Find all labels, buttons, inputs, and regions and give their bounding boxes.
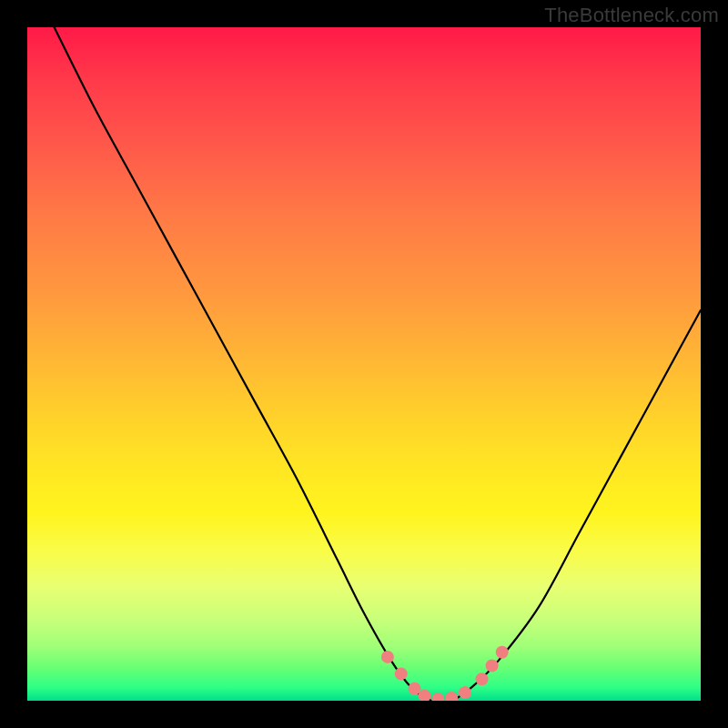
marker-left-mid [395,667,408,680]
marker-bottom-2 [431,693,444,701]
bottleneck-curve [55,27,701,701]
marker-right-mid [486,660,499,672]
chart-frame: TheBottleneck.com [0,0,728,728]
chart-svg [27,27,701,701]
marker-left-upper [381,651,394,663]
marker-bottom-4 [459,686,471,699]
marker-group [381,646,509,701]
marker-bottom-3 [445,692,458,701]
watermark-text: TheBottleneck.com [544,4,719,27]
marker-right-upper [496,646,509,659]
plot-area [27,27,701,701]
marker-right-lower [476,672,489,685]
